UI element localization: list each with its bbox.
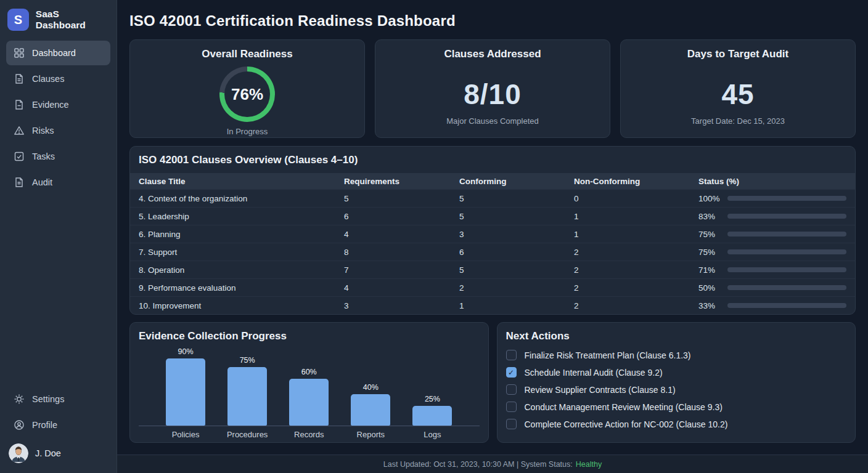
sidebar-item-label: Profile (32, 420, 57, 430)
table-header: Clause Title Requirements Conforming Non… (130, 173, 855, 189)
user-profile[interactable]: J. Doe (6, 439, 110, 464)
progress-bar (727, 196, 846, 201)
progress-bar (727, 214, 846, 219)
conforming-value: 1 (459, 301, 574, 310)
status-cell: 50% (698, 283, 846, 293)
clause-title: 4. Context of the organization (139, 194, 344, 203)
progress-bar (727, 285, 846, 290)
sidebar: S SaaS Dashboard Dashboard Clauses (0, 0, 117, 473)
action-label: Review Supplier Contracts (Clause 8.1) (525, 385, 676, 395)
status-cell: 75% (698, 230, 846, 239)
user-icon (14, 419, 25, 431)
action-item[interactable]: Conduct Management Review Meeting (Claus… (506, 402, 847, 412)
sidebar-item-label: Audit (32, 177, 52, 187)
checkbox[interactable] (506, 402, 517, 412)
document-icon (14, 177, 25, 188)
requirements-value: 7 (344, 265, 459, 275)
action-item[interactable]: Review Supplier Contracts (Clause 8.1) (506, 384, 847, 395)
status-percentage: 71% (698, 265, 721, 275)
sidebar-item-clauses[interactable]: Clauses (6, 67, 110, 91)
bar-logs (412, 406, 452, 426)
conforming-value: 5 (459, 194, 574, 203)
bar-records (289, 379, 329, 426)
conforming-value: 2 (459, 283, 574, 293)
progress-bar (727, 232, 846, 236)
progress-bar (727, 267, 846, 272)
bar-policies (166, 358, 205, 426)
sidebar-item-label: Clauses (32, 74, 64, 84)
non-conforming-value: 2 (574, 248, 698, 257)
app-logo-icon: S (7, 9, 29, 31)
bar-column: 60% (278, 347, 340, 426)
action-item[interactable]: Schedule Internal Audit (Clause 9.2) (506, 367, 847, 378)
sidebar-item-tasks[interactable]: Tasks (6, 144, 110, 169)
sidebar-item-label: Dashboard (32, 48, 76, 58)
bar-value-label: 75% (240, 356, 255, 365)
sidebar-item-settings[interactable]: Settings (6, 387, 110, 411)
status-percentage: 83% (698, 212, 721, 221)
table-row: 10. Improvement 3 1 2 33% (130, 296, 855, 314)
category-label: Policies (155, 430, 216, 439)
requirements-value: 4 (344, 283, 459, 293)
sidebar-footer: Settings Profile (0, 387, 117, 473)
sidebar-item-audit[interactable]: Audit (6, 170, 110, 195)
progress-bar (727, 249, 846, 254)
requirements-value: 8 (344, 248, 459, 257)
non-conforming-value: 2 (574, 301, 698, 310)
sidebar-item-evidence[interactable]: Evidence (6, 92, 110, 117)
conforming-value: 5 (459, 265, 574, 275)
status-bar: Last Updated: Oct 31, 2023, 10:30 AM | S… (117, 455, 868, 473)
sidebar-item-dashboard[interactable]: Dashboard (6, 41, 110, 65)
status-percentage: 75% (698, 248, 721, 257)
gear-icon (14, 394, 25, 405)
clause-title: 8. Operation (139, 265, 344, 275)
status-percentage: 50% (698, 283, 721, 293)
column-header: Non-Conforming (574, 177, 698, 186)
bar-column: 40% (340, 347, 401, 426)
target-date: Target Date: Dec 15, 2023 (691, 116, 785, 126)
app-logo: S SaaS Dashboard (0, 0, 117, 41)
checkbox[interactable] (506, 419, 517, 429)
column-header: Status (%) (698, 177, 846, 186)
column-header: Conforming (459, 177, 574, 186)
clause-title: 9. Performance evaluation (139, 283, 344, 293)
sidebar-item-label: Risks (32, 126, 54, 135)
checkbox[interactable] (506, 367, 517, 378)
requirements-value: 5 (344, 194, 459, 203)
checkbox[interactable] (506, 384, 517, 395)
clauses-addressed-subtitle: Major Clauses Completed (446, 116, 539, 126)
main-area: ISO 42001 Certification Readiness Dashbo… (117, 0, 868, 473)
bar-procedures (227, 367, 267, 426)
sidebar-item-label: Evidence (32, 100, 69, 110)
status-percentage: 33% (698, 301, 721, 310)
checkbox[interactable] (506, 350, 517, 360)
table-row: 7. Support 8 6 2 75% (130, 243, 855, 261)
bar-chart: 90% 75% 60% 40% (139, 347, 480, 426)
non-conforming-value: 2 (574, 283, 698, 293)
status-percentage: 100% (698, 194, 721, 203)
app-name: SaaS Dashboard (36, 9, 109, 31)
sidebar-nav: Dashboard Clauses Evidence (0, 41, 117, 195)
action-item[interactable]: Complete Corrective Action for NC-002 (C… (506, 419, 847, 429)
bar-value-label: 25% (425, 395, 440, 403)
action-label: Schedule Internal Audit (Clause 9.2) (525, 368, 663, 378)
action-item[interactable]: Finalize Risk Treatment Plan (Clause 6.1… (506, 350, 847, 360)
next-actions-card: Next Actions Finalize Risk Treatment Pla… (497, 322, 856, 443)
actions-list: Finalize Risk Treatment Plan (Clause 6.1… (506, 350, 847, 429)
bar-reports (351, 394, 390, 426)
progress-bar (727, 303, 846, 308)
avatar (9, 443, 28, 463)
grid-icon (14, 47, 25, 59)
sidebar-item-profile[interactable]: Profile (6, 413, 110, 437)
status-percentage: 75% (698, 230, 721, 239)
clauses-addressed-value: 8/10 (464, 78, 522, 111)
overall-readiness-card: Overall Readiness 76% In Progress (129, 39, 365, 138)
next-actions-title: Next Actions (506, 330, 847, 342)
action-label: Complete Corrective Action for NC-002 (C… (525, 419, 728, 429)
last-updated-text: Last Updated: Oct 31, 2023, 10:30 AM | S… (383, 460, 573, 469)
clause-title: 7. Support (139, 248, 344, 257)
sidebar-item-risks[interactable]: Risks (6, 118, 110, 143)
system-status-value: Healthy (576, 460, 602, 469)
sidebar-item-label: Settings (32, 394, 64, 404)
evidence-chart-card: Evidence Collection Progress 90% 75% 60% (129, 322, 489, 443)
